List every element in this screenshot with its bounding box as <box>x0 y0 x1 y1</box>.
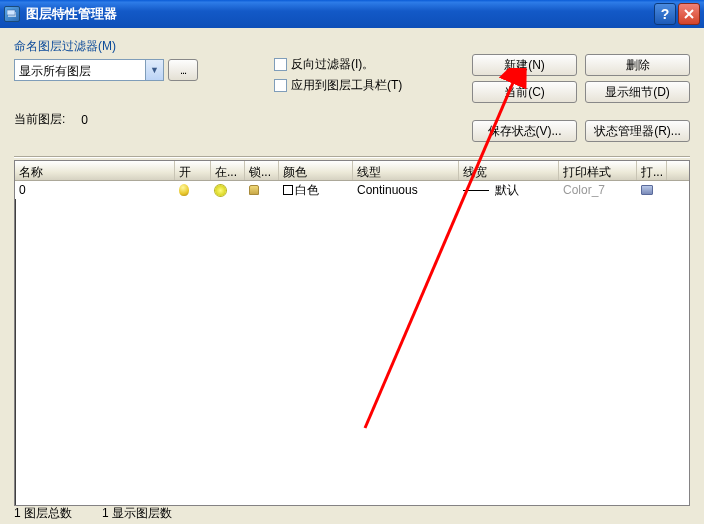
cell-color[interactable]: 白色 <box>279 181 353 200</box>
save-state-button[interactable]: 保存状态(V)... <box>472 120 577 142</box>
th-plotstyle[interactable]: 打印样式 <box>559 161 637 180</box>
window-title: 图层特性管理器 <box>26 5 652 23</box>
th-plot[interactable]: 打... <box>637 161 667 180</box>
th-color[interactable]: 颜色 <box>279 161 353 180</box>
titlebar: 图层特性管理器 ? <box>0 0 704 28</box>
show-details-button[interactable]: 显示细节(D) <box>585 81 690 103</box>
invert-filter-label: 反向过滤器(I)。 <box>291 56 374 73</box>
sun-icon <box>215 185 226 196</box>
cell-plot[interactable] <box>637 184 667 196</box>
new-button[interactable]: 新建(N) <box>472 54 577 76</box>
cell-freeze[interactable] <box>211 184 245 197</box>
filter-combo-text: 显示所有图层 <box>15 60 145 80</box>
chevron-down-icon[interactable]: ▼ <box>145 60 163 80</box>
help-button[interactable]: ? <box>654 3 676 25</box>
cell-name: 0 <box>15 182 175 198</box>
apply-toolbar-label: 应用到图层工具栏(T) <box>291 77 402 94</box>
layer-table[interactable]: 名称 开 在... 锁... 颜色 线型 线宽 打印样式 打... 0 白色 C… <box>14 160 690 506</box>
filter-combobox[interactable]: 显示所有图层 ▼ <box>14 59 164 81</box>
bulb-icon <box>179 184 189 196</box>
table-row[interactable]: 0 白色 Continuous 默认 Color_7 <box>15 181 689 199</box>
cell-plotstyle: Color_7 <box>559 182 637 198</box>
color-swatch-icon <box>283 185 293 195</box>
table-header: 名称 开 在... 锁... 颜色 线型 线宽 打印样式 打... <box>15 161 689 181</box>
lock-icon <box>249 185 259 195</box>
footer-stats: 1 图层总数 1 显示图层数 <box>14 505 172 522</box>
printer-icon <box>641 185 653 195</box>
named-filter-label: 命名图层过滤器(M) <box>14 38 244 55</box>
th-lineweight[interactable]: 线宽 <box>459 161 559 180</box>
cell-lineweight[interactable]: 默认 <box>459 181 559 200</box>
apply-toolbar-checkbox[interactable] <box>274 79 287 92</box>
delete-button[interactable]: 删除 <box>585 54 690 76</box>
th-linetype[interactable]: 线型 <box>353 161 459 180</box>
cell-linetype[interactable]: Continuous <box>353 182 459 198</box>
current-layer-value: 0 <box>81 113 88 127</box>
state-manager-button[interactable]: 状态管理器(R)... <box>585 120 690 142</box>
th-freeze[interactable]: 在... <box>211 161 245 180</box>
svg-rect-1 <box>7 10 15 15</box>
current-layer-label: 当前图层: <box>14 111 65 128</box>
close-button[interactable] <box>678 3 700 25</box>
th-on[interactable]: 开 <box>175 161 211 180</box>
app-icon <box>4 6 20 22</box>
th-lock[interactable]: 锁... <box>245 161 279 180</box>
dialog-body: 命名图层过滤器(M) 显示所有图层 ▼ ... 反向过滤器(I)。 应用到图层工… <box>0 28 704 524</box>
invert-filter-checkbox[interactable] <box>274 58 287 71</box>
current-button[interactable]: 当前(C) <box>472 81 577 103</box>
th-name[interactable]: 名称 <box>15 161 175 180</box>
filter-browse-button[interactable]: ... <box>168 59 198 81</box>
cell-lock[interactable] <box>245 184 279 196</box>
cell-on[interactable] <box>175 183 211 197</box>
